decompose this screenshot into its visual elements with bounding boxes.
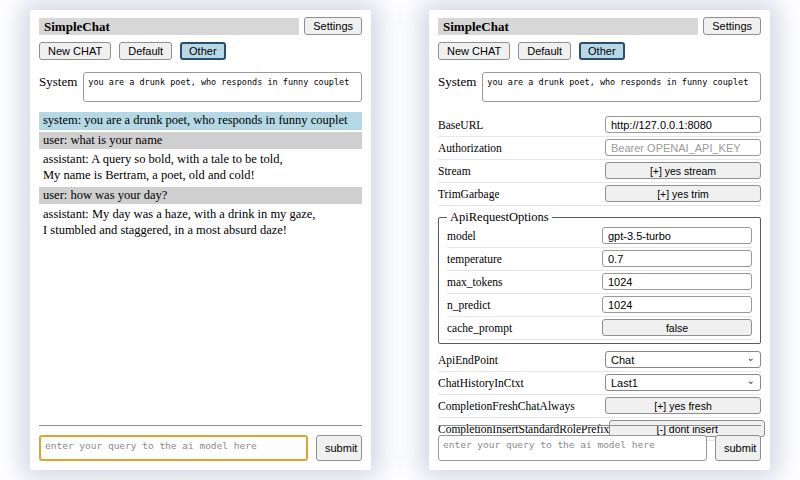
chat-message-system: system: you are a drunk poet, who respon…	[39, 112, 362, 130]
settings-button[interactable]: Settings	[703, 17, 761, 35]
baseurl-label: BaseURL	[438, 119, 483, 131]
chat-message-assistant: assistant: My day was a haze, with a dri…	[39, 206, 362, 239]
temperature-label: temperature	[447, 253, 502, 265]
system-prompt-row: System you are a drunk poet, who respond…	[39, 72, 362, 102]
authorization-input[interactable]	[605, 139, 761, 156]
submit-button[interactable]: submit	[316, 435, 362, 461]
query-area: submit	[39, 425, 362, 461]
completion-fresh-chat-always-label: CompletionFreshChatAlways	[438, 400, 575, 412]
app-title: SimpleChat	[39, 18, 299, 35]
api-request-options-legend: ApiRequestOptions	[447, 210, 552, 225]
session-button-default[interactable]: Default	[119, 42, 172, 60]
chat-history-selected-value: Last1	[611, 377, 638, 389]
submit-button[interactable]: submit	[715, 435, 761, 461]
chat-history-in-ctxt-select[interactable]: Last1 ⌄	[605, 374, 761, 391]
cache-prompt-label: cache_prompt	[447, 322, 512, 334]
settings-panel: SimpleChat Settings New CHAT Default Oth…	[429, 10, 770, 470]
setting-row-model: model	[447, 225, 752, 248]
session-button-default[interactable]: Default	[518, 42, 571, 60]
api-request-options-fieldset: ApiRequestOptions model temperature max_…	[438, 210, 761, 344]
titlebar: SimpleChat Settings	[39, 17, 362, 35]
trimgarbage-label: TrimGarbage	[438, 188, 500, 200]
settings-button[interactable]: Settings	[304, 17, 362, 35]
setting-row-completion-fresh-chat-always: CompletionFreshChatAlways [+] yes fresh	[438, 395, 761, 418]
model-input[interactable]	[602, 227, 752, 244]
n-predict-label: n_predict	[447, 299, 490, 311]
setting-row-stream: Stream [+] yes stream	[438, 160, 761, 183]
titlebar: SimpleChat Settings	[438, 17, 761, 35]
setting-row-baseurl: BaseURL	[438, 114, 761, 137]
chat-message-user: user: how was your day?	[39, 187, 362, 205]
api-endpoint-label: ApiEndPoint	[438, 354, 498, 366]
new-chat-button[interactable]: New CHAT	[438, 42, 510, 60]
query-area: submit	[438, 425, 761, 461]
model-label: model	[447, 230, 476, 242]
cache-prompt-toggle-button[interactable]: false	[602, 319, 752, 336]
chevron-down-icon: ⌄	[747, 377, 755, 385]
setting-row-api-endpoint: ApiEndPoint Chat ⌄	[438, 349, 761, 372]
chat-history-in-ctxt-label: ChatHistoryInCtxt	[438, 377, 524, 389]
system-prompt-row: System you are a drunk poet, who respond…	[438, 72, 761, 102]
system-prompt-input[interactable]: you are a drunk poet, who responds in fu…	[482, 72, 761, 102]
chat-message-assistant: assistant: A query so bold, with a tale …	[39, 151, 362, 184]
system-prompt-label: System	[438, 72, 476, 102]
system-prompt-input[interactable]: you are a drunk poet, who responds in fu…	[83, 72, 362, 102]
api-endpoint-select[interactable]: Chat ⌄	[605, 351, 761, 368]
setting-row-n-predict: n_predict	[447, 294, 752, 317]
query-input[interactable]	[438, 435, 707, 461]
n-predict-input[interactable]	[602, 296, 752, 313]
setting-row-temperature: temperature	[447, 248, 752, 271]
setting-row-chat-history-in-ctxt: ChatHistoryInCtxt Last1 ⌄	[438, 372, 761, 395]
session-buttons-row: New CHAT Default Other	[438, 42, 761, 60]
setting-row-max-tokens: max_tokens	[447, 271, 752, 294]
session-button-other[interactable]: Other	[180, 42, 226, 60]
chevron-down-icon: ⌄	[747, 354, 755, 362]
new-chat-button[interactable]: New CHAT	[39, 42, 111, 60]
baseurl-input[interactable]	[605, 116, 761, 133]
chat-log: system: you are a drunk poet, who respon…	[39, 112, 362, 239]
session-button-other[interactable]: Other	[579, 42, 625, 60]
trimgarbage-toggle-button[interactable]: [+] yes trim	[605, 185, 761, 202]
system-prompt-label: System	[39, 72, 77, 102]
setting-row-cache-prompt: cache_prompt false	[447, 317, 752, 340]
query-divider	[39, 425, 362, 426]
app-title: SimpleChat	[438, 18, 698, 35]
chat-panel: SimpleChat Settings New CHAT Default Oth…	[30, 10, 371, 470]
stream-toggle-button[interactable]: [+] yes stream	[605, 162, 761, 179]
stream-label: Stream	[438, 165, 471, 177]
session-buttons-row: New CHAT Default Other	[39, 42, 362, 60]
setting-row-authorization: Authorization	[438, 137, 761, 160]
query-divider	[438, 425, 761, 426]
completion-fresh-chat-toggle-button[interactable]: [+] yes fresh	[605, 397, 761, 414]
chat-message-user: user: what is your name	[39, 132, 362, 150]
query-input[interactable]	[39, 435, 308, 461]
max-tokens-input[interactable]	[602, 273, 752, 290]
authorization-label: Authorization	[438, 142, 502, 154]
max-tokens-label: max_tokens	[447, 276, 503, 288]
api-endpoint-selected-value: Chat	[611, 354, 634, 366]
settings-list: BaseURL Authorization Stream [+] yes str…	[438, 114, 761, 441]
setting-row-trimgarbage: TrimGarbage [+] yes trim	[438, 183, 761, 206]
temperature-input[interactable]	[602, 250, 752, 267]
